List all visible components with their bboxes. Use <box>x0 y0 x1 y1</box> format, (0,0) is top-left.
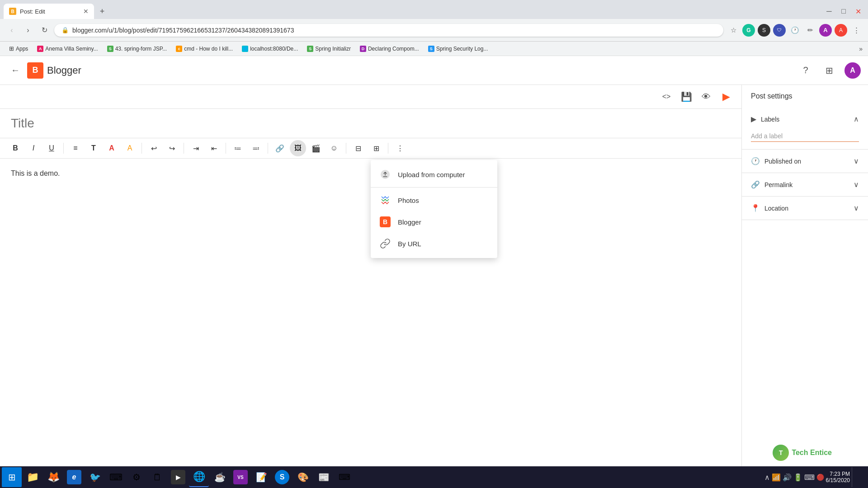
taskbar-keyboard[interactable]: ⌨ <box>335 467 354 487</box>
tray-icon-1[interactable]: ∧ <box>764 473 770 482</box>
preview-button[interactable]: 👁 <box>698 89 714 105</box>
taskbar-ie[interactable]: e <box>64 467 84 487</box>
taskbar-terminal[interactable]: ▶ <box>168 467 188 487</box>
link-button[interactable]: 🔗 <box>272 140 288 156</box>
taskbar-file-explorer[interactable]: 📁 <box>23 467 42 487</box>
align-button[interactable]: ≡ <box>67 140 84 156</box>
browser-tab[interactable]: B Post: Edit ✕ <box>4 4 94 19</box>
tray-battery-icon[interactable]: 🔋 <box>793 473 802 482</box>
bookmarks-more-button[interactable]: » <box>859 45 863 52</box>
taskbar-app15[interactable]: 📰 <box>314 467 334 487</box>
bold-button[interactable]: B <box>7 140 24 156</box>
published-on-section-header[interactable]: 🕐 Published on ∨ <box>742 150 868 173</box>
tray-volume-icon[interactable]: 🔊 <box>783 473 792 482</box>
bookmark-star-button[interactable]: ☆ <box>727 24 740 37</box>
align-center-button[interactable]: ⊟ <box>350 140 366 156</box>
post-settings-sidebar: Post settings ▶ Labels ∧ 🕐 <box>741 85 868 488</box>
italic-button[interactable]: I <box>25 140 42 156</box>
menu-button[interactable]: ⋮ <box>850 24 863 37</box>
indent-right-button[interactable]: ⇥ <box>188 140 204 156</box>
bookmark-label: Declaring Compom... <box>368 46 419 52</box>
taskbar-app7[interactable]: 🗒 <box>147 467 167 487</box>
help-button[interactable]: ? <box>797 62 814 79</box>
taskbar-java[interactable]: ☕ <box>210 467 230 487</box>
ext3-button[interactable]: 🕐 <box>788 24 801 37</box>
taskbar-paint[interactable]: 🎨 <box>293 467 313 487</box>
table-button[interactable]: ⊞ <box>368 140 384 156</box>
publish-button[interactable]: ▶ <box>718 89 734 105</box>
taskbar-visual-studio[interactable]: VS <box>231 467 250 487</box>
ext2-button[interactable]: 🛡 <box>773 24 786 37</box>
taskbar-firefox[interactable]: 🦊 <box>43 467 63 487</box>
title-input[interactable] <box>11 116 731 131</box>
indent-left-button[interactable]: ⇤ <box>206 140 222 156</box>
skype-icon: S <box>275 470 289 484</box>
taskbar-thunderbird[interactable]: 🐦 <box>85 467 105 487</box>
taskbar-notepad[interactable]: 📝 <box>251 467 271 487</box>
image-button[interactable]: 🖼 <box>290 140 306 156</box>
bookmark-apps[interactable]: ⊞ Apps <box>5 44 32 53</box>
taskbar-clock[interactable]: 7:23 PM 6/15/2020 <box>826 471 850 483</box>
start-button[interactable]: ⊞ <box>2 467 22 487</box>
blogger-item[interactable]: B Blogger <box>371 211 497 233</box>
by-url-item[interactable]: By URL <box>371 233 497 254</box>
title-area <box>0 109 741 138</box>
back-button[interactable]: ‹ <box>5 24 18 37</box>
more-options-button[interactable]: ⋮ <box>392 140 408 156</box>
grid-menu-button[interactable]: ⊞ <box>821 62 837 79</box>
show-desktop-button[interactable] <box>852 467 863 487</box>
save-button[interactable]: 💾 <box>678 89 694 105</box>
reload-button[interactable]: ↻ <box>38 24 51 37</box>
photos-label: Photos <box>398 197 419 204</box>
undo-button[interactable]: ↩ <box>146 140 162 156</box>
tray-keyboard-icon[interactable]: ⌨ <box>804 473 815 482</box>
bullet-list-button[interactable]: ≔ <box>230 140 246 156</box>
emoji-button[interactable]: ☺ <box>326 140 342 156</box>
bookmark-cmd[interactable]: c cmd - How do I kill... <box>172 44 236 53</box>
add-label-input[interactable] <box>751 131 859 142</box>
underline-button[interactable]: U <box>43 140 60 156</box>
bookmark-anema[interactable]: A Anema Villa Seminy... <box>33 44 101 53</box>
location-section-header[interactable]: 📍 Location ∨ <box>742 197 868 220</box>
ext4-button[interactable]: ✏ <box>804 24 816 37</box>
bookmark-declaring[interactable]: D Declaring Compom... <box>356 44 423 53</box>
bookmark-spring-form[interactable]: S 43. spring-form JSP... <box>104 44 171 53</box>
profile-button[interactable]: A <box>819 24 832 37</box>
back-button[interactable]: ← <box>7 62 24 79</box>
font-color-button[interactable]: A <box>104 140 120 156</box>
format-button[interactable]: T <box>85 140 102 156</box>
bookmark-localhost[interactable]: 🌐 localhost:8080/De... <box>238 44 302 53</box>
tab-close-button[interactable]: ✕ <box>83 8 89 15</box>
bookmark-label: Apps <box>16 46 28 52</box>
grammarly-button[interactable]: G <box>742 24 755 37</box>
numbered-list-button[interactable]: ≕ <box>248 140 264 156</box>
upload-from-computer-item[interactable]: Upload from computer <box>371 164 497 185</box>
taskbar-app5[interactable]: ⌨ <box>106 467 126 487</box>
taskbar-app6[interactable]: ⚙ <box>127 467 146 487</box>
taskbar-chrome[interactable]: 🌐 <box>189 467 209 487</box>
ext5-button[interactable]: A <box>835 24 847 37</box>
photos-item[interactable]: Photos <box>371 189 497 211</box>
tray-network-icon[interactable]: 📶 <box>772 473 781 482</box>
forward-button[interactable]: › <box>22 24 34 37</box>
bookmark-spring-init[interactable]: S Spring Initializr <box>303 44 354 53</box>
minimize-button[interactable]: ─ <box>823 5 835 18</box>
new-tab-button[interactable]: + <box>96 5 108 18</box>
video-button[interactable]: 🎬 <box>308 140 324 156</box>
close-button[interactable]: ✕ <box>852 5 864 18</box>
svg-text:B: B <box>383 218 387 225</box>
user-avatar[interactable]: A <box>844 62 861 79</box>
highlight-button[interactable]: A <box>122 140 138 156</box>
bookmark-spring-security[interactable]: S Spring Security Log... <box>425 44 492 53</box>
maximize-button[interactable]: □ <box>837 5 850 18</box>
redo-button[interactable]: ↪ <box>164 140 180 156</box>
permalink-section-header[interactable]: 🔗 Permalink ∨ <box>742 173 868 196</box>
address-bar[interactable]: 🔒 blogger.com/u/1/blog/post/edit/7195175… <box>54 24 723 37</box>
ext1-button[interactable]: S <box>758 24 770 37</box>
tray-notification-icon[interactable]: 🔴 <box>816 474 824 481</box>
blogger-header: ← B Blogger ? ⊞ A <box>0 56 868 85</box>
taskbar-skype[interactable]: S <box>272 467 292 487</box>
bookmark-favicon: c <box>176 46 182 52</box>
labels-section-header[interactable]: ▶ Labels ∧ <box>742 108 868 131</box>
code-view-button[interactable]: <> <box>658 89 675 105</box>
